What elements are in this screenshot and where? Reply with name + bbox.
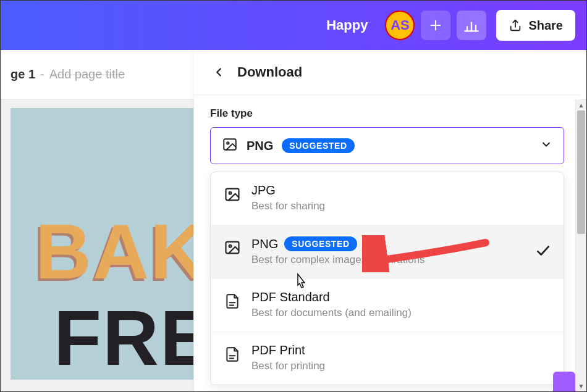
scroll-thumb[interactable] (577, 111, 585, 234)
option-pdf-standard[interactable]: PDF Standard Best for documents (and ema… (211, 279, 564, 332)
help-button-peek[interactable] (553, 372, 575, 391)
canvas-text-top: BAK (35, 213, 193, 291)
file-type-value: PNG (247, 139, 273, 153)
document-icon (223, 290, 242, 310)
design-canvas[interactable]: BAK FRE (11, 108, 193, 380)
canvas-text-bottom: FRE (54, 299, 193, 377)
option-name: PNG SUGGESTED (251, 236, 425, 251)
svg-rect-7 (224, 139, 236, 149)
image-icon (222, 136, 238, 155)
analytics-button[interactable] (457, 10, 486, 40)
share-button[interactable]: Share (496, 10, 575, 41)
check-icon (535, 243, 551, 261)
file-type-label: File type (210, 107, 564, 120)
svg-point-10 (229, 192, 232, 194)
suggested-badge: SUGGESTED (282, 138, 354, 153)
svg-rect-9 (226, 189, 239, 201)
svg-rect-11 (226, 242, 239, 254)
avatar[interactable]: AS (385, 10, 415, 40)
share-label: Share (528, 19, 563, 33)
add-member-button[interactable] (421, 10, 450, 40)
scroll-up-arrow[interactable]: ▲ (576, 99, 586, 111)
download-panel: Download File type PNG SUGGESTED JPG Bes… (194, 50, 580, 391)
file-type-dropdown: JPG Best for sharing PNG SUGGESTED Best … (210, 172, 564, 385)
chevron-down-icon (540, 138, 552, 153)
upload-icon (509, 19, 522, 32)
plus-icon (429, 19, 442, 32)
chevron-left-icon (212, 65, 226, 79)
vertical-scrollbar[interactable]: ▲ ▼ (575, 99, 586, 391)
back-button[interactable] (210, 64, 227, 81)
option-png[interactable]: PNG SUGGESTED Best for complex images, i… (211, 225, 564, 279)
page-title-placeholder[interactable]: Add page title (49, 67, 125, 81)
option-jpg[interactable]: JPG Best for sharing (211, 172, 564, 225)
file-type-select[interactable]: PNG SUGGESTED (210, 127, 564, 164)
option-name: PDF Print (251, 343, 325, 357)
scroll-down-arrow[interactable]: ▼ (576, 380, 586, 391)
option-name: PDF Standard (251, 290, 412, 304)
top-toolbar: Happy AS Share (1, 1, 586, 50)
option-desc: Best for printing (251, 360, 325, 372)
option-name: JPG (251, 183, 325, 198)
image-icon (223, 236, 242, 256)
project-title[interactable]: Happy (326, 17, 368, 33)
svg-point-12 (229, 245, 232, 248)
option-desc: Best for complex images, illustrations (251, 254, 425, 266)
suggested-badge: SUGGESTED (284, 236, 357, 251)
option-desc: Best for sharing (251, 200, 325, 212)
page-indicator: ge 1 (11, 67, 35, 81)
bar-chart-icon (463, 17, 480, 34)
svg-point-8 (227, 142, 229, 144)
image-icon (223, 183, 242, 203)
document-icon (223, 343, 242, 363)
option-desc: Best for documents (and emailing) (251, 307, 412, 319)
option-pdf-print[interactable]: PDF Print Best for printing (211, 332, 564, 385)
panel-title: Download (237, 64, 302, 80)
